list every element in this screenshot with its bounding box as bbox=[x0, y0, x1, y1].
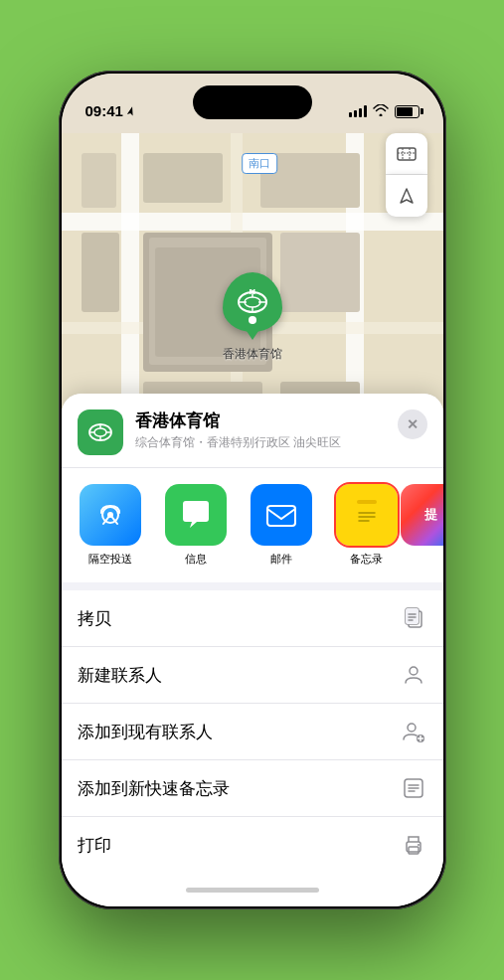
svg-point-1 bbox=[245, 297, 260, 307]
marker-label: 香港体育馆 bbox=[223, 346, 282, 363]
svg-point-17 bbox=[107, 512, 113, 518]
venue-name: 香港体育馆 bbox=[135, 409, 386, 432]
map-controls bbox=[386, 133, 427, 217]
svg-rect-19 bbox=[355, 502, 379, 528]
new-contact-icon bbox=[400, 661, 427, 689]
print-icon bbox=[400, 831, 427, 859]
marker-dot bbox=[249, 316, 256, 324]
airdrop-svg bbox=[93, 498, 127, 532]
phone-frame: 09:41 bbox=[59, 71, 446, 909]
home-bar bbox=[186, 888, 319, 893]
status-icons bbox=[349, 103, 420, 119]
copy-icon bbox=[400, 604, 427, 632]
action-item-print[interactable]: 打印 bbox=[62, 817, 443, 873]
quick-note-icon bbox=[400, 774, 427, 802]
location-icon bbox=[398, 187, 416, 205]
phone-screen: 09:41 bbox=[62, 74, 443, 906]
svg-rect-18 bbox=[267, 506, 295, 526]
share-item-mail[interactable]: 邮件 bbox=[241, 484, 322, 567]
share-item-more[interactable]: 提 bbox=[412, 484, 443, 567]
airdrop-label: 隔空投送 bbox=[88, 552, 132, 567]
add-contact-label: 添加到现有联系人 bbox=[78, 721, 213, 743]
location-button[interactable] bbox=[386, 175, 427, 217]
venue-info: 香港体育馆 综合体育馆・香港特别行政区 油尖旺区 bbox=[135, 409, 386, 451]
action-item-add-contact[interactable]: 添加到现有联系人 bbox=[62, 704, 443, 760]
share-item-notes[interactable]: 备忘录 bbox=[326, 484, 408, 567]
mail-label: 邮件 bbox=[270, 552, 292, 567]
close-button[interactable]: ✕ bbox=[398, 409, 427, 439]
more-label-text: 提 bbox=[424, 506, 437, 524]
venue-header: 香港体育馆 综合体育馆・香港特别行政区 油尖旺区 ✕ bbox=[62, 394, 443, 468]
venue-icon-svg bbox=[85, 417, 115, 447]
dynamic-island bbox=[193, 85, 312, 119]
svg-rect-9 bbox=[398, 148, 416, 160]
mail-svg bbox=[263, 497, 299, 533]
south-entrance-label: 南口 bbox=[242, 153, 277, 174]
action-list: 拷贝 新建联系人 bbox=[62, 590, 443, 873]
signal-icon bbox=[349, 105, 367, 117]
quick-note-label: 添加到新快速备忘录 bbox=[78, 777, 230, 800]
svg-rect-26 bbox=[406, 608, 419, 624]
action-item-quick-note[interactable]: 添加到新快速备忘录 bbox=[62, 760, 443, 817]
mail-icon bbox=[251, 484, 312, 546]
venue-icon bbox=[78, 409, 123, 455]
time-display: 09:41 bbox=[85, 102, 123, 119]
svg-point-11 bbox=[94, 428, 106, 436]
stadium-icon bbox=[235, 284, 270, 320]
wifi-icon bbox=[373, 103, 389, 119]
print-label: 打印 bbox=[78, 834, 111, 857]
stadium-marker: 香港体育馆 bbox=[223, 272, 282, 363]
notes-svg bbox=[349, 497, 385, 533]
messages-icon bbox=[165, 484, 227, 546]
home-indicator bbox=[62, 873, 443, 906]
share-row: 隔空投送 信息 bbox=[62, 468, 443, 590]
svg-rect-40 bbox=[409, 847, 419, 854]
messages-label: 信息 bbox=[185, 552, 207, 567]
svg-point-31 bbox=[408, 724, 416, 732]
map-type-button[interactable] bbox=[386, 133, 427, 175]
svg-rect-20 bbox=[357, 500, 377, 504]
more-icon: 提 bbox=[401, 484, 443, 546]
bottom-sheet: 香港体育馆 综合体育馆・香港特别行政区 油尖旺区 ✕ bbox=[62, 394, 443, 906]
svg-point-30 bbox=[410, 667, 418, 675]
action-item-copy[interactable]: 拷贝 bbox=[62, 590, 443, 647]
status-time: 09:41 bbox=[85, 102, 136, 119]
svg-point-41 bbox=[418, 844, 420, 846]
share-item-messages[interactable]: 信息 bbox=[155, 484, 237, 567]
map-type-icon bbox=[397, 144, 417, 164]
location-arrow-icon bbox=[126, 105, 136, 117]
new-contact-label: 新建联系人 bbox=[78, 664, 162, 687]
messages-svg bbox=[178, 497, 214, 533]
action-item-new-contact[interactable]: 新建联系人 bbox=[62, 647, 443, 704]
marker-pin bbox=[223, 272, 282, 332]
copy-label: 拷贝 bbox=[78, 607, 111, 630]
notes-label: 备忘录 bbox=[350, 552, 383, 567]
venue-subtitle: 综合体育馆・香港特别行政区 油尖旺区 bbox=[135, 434, 386, 451]
svg-rect-6 bbox=[250, 289, 252, 294]
airdrop-icon bbox=[80, 484, 141, 546]
notes-icon bbox=[336, 484, 398, 546]
add-contact-icon bbox=[400, 718, 427, 745]
battery-icon bbox=[395, 105, 420, 118]
share-item-airdrop[interactable]: 隔空投送 bbox=[70, 484, 151, 567]
svg-rect-8 bbox=[253, 289, 255, 294]
